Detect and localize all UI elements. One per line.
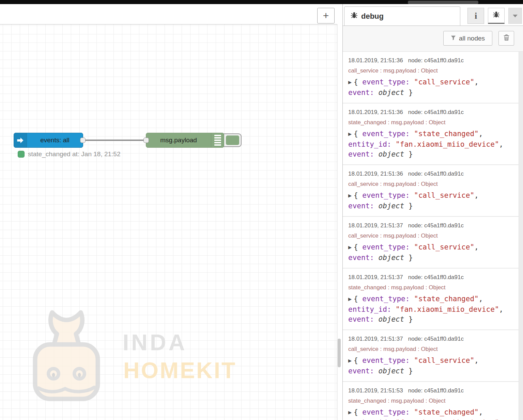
json-token [374,254,379,262]
node-events-all[interactable]: events: all [14,133,83,148]
debug-message-payload[interactable]: ▶{ event_type: "state_changed",entity_id… [348,129,516,159]
json-token: event: [348,254,374,262]
debug-message-meta: 18.01.2019, 21:51:36node: c45a1ff0.da91c [348,57,516,64]
payload-line: ▶{ event_type: "call_service", [348,356,516,366]
debug-message-meta: 18.01.2019, 21:51:36node: c45a1ff0.da91c [348,109,516,116]
deploy-button-fragment[interactable] [408,1,478,4]
json-token: , [474,356,479,365]
json-token: event_type: [362,356,410,365]
node-msg-payload-debug[interactable]: msg.payload [146,133,224,148]
json-token: event: [348,88,374,97]
expand-toggle-icon[interactable]: ▶ [348,77,352,87]
json-token: event: [348,367,374,375]
sidebar-header: debug i [343,4,523,26]
payload-line: ▶{ event_type: "state_changed", [348,294,516,305]
json-token: } [404,315,413,323]
debug-message: 18.01.2019, 21:51:36node: c45a1ff0.da91c… [343,165,519,217]
json-token: event: [348,202,374,210]
expand-toggle-icon[interactable]: ▶ [348,242,352,252]
debug-message-payload[interactable]: ▶{ event_type: "call_service",event: obj… [348,356,516,376]
json-token: { [354,356,362,365]
json-token: "call_service" [414,78,474,86]
debug-message-node: node: c45a1ff0.da91c [408,387,464,394]
debug-message-date: 18.01.2019, 21:51:36 [348,109,403,115]
json-token: "call_service" [414,243,474,251]
debug-message-meta: 18.01.2019, 21:51:37node: c45a1ff0.da91c [348,222,516,229]
json-token [391,140,396,148]
sidebar-scrollbar-track[interactable] [519,52,523,420]
debug-message: 18.01.2019, 21:51:36node: c45a1ff0.da91c… [343,103,519,165]
chevron-down-icon [513,15,518,17]
json-token: "state_changed" [414,130,479,138]
json-token [410,191,414,199]
json-token: event_type: [362,130,410,138]
flow-canvas[interactable]: INDA HOMEKIT events: all msg.payload [0,25,337,420]
debug-message-node: node: c45a1ff0.da91c [408,336,464,342]
json-token: entity_id: [348,140,391,148]
info-icon: i [475,11,477,21]
debug-message-date: 18.01.2019, 21:51:53 [348,387,403,394]
payload-line: entity_id: "fan.xiaomi_miio_device", [348,140,516,149]
tab-debug-label: debug [361,12,384,21]
json-token: event: [348,150,374,158]
json-token: { [354,295,362,303]
json-token: , [474,243,479,251]
json-token: , [499,419,504,420]
canvas-scrollbar-thumb[interactable] [338,339,341,367]
expand-toggle-icon[interactable]: ▶ [348,294,352,304]
payload-line: event: object } [348,201,516,211]
wire[interactable] [83,140,147,141]
debug-message-node: node: c45a1ff0.da91c [408,274,464,280]
debug-message-node: node: c45a1ff0.da91c [408,222,464,229]
watermark-text-inda: INDA [123,329,187,355]
filter-all-nodes-label: all nodes [459,35,485,42]
debug-message-topic: state_changed : msg.payload : Object [348,119,516,126]
json-token: } [404,202,413,210]
filter-all-nodes-button[interactable]: all nodes [443,31,492,46]
tab-info-button[interactable]: i [467,8,484,24]
output-port[interactable] [80,138,86,143]
debug-message-payload[interactable]: ▶{ event_type: "call_service",event: obj… [348,77,516,98]
expand-toggle-icon[interactable]: ▶ [348,191,352,200]
payload-line: event: object } [348,366,516,376]
debug-message-topic: call_service : msg.payload : Object [348,67,516,74]
input-port[interactable] [143,138,149,143]
json-token: { [354,408,362,416]
expand-toggle-icon[interactable]: ▶ [348,407,352,417]
add-flow-button[interactable]: + [317,8,335,23]
debug-message-date: 18.01.2019, 21:51:37 [348,336,403,342]
watermark-whale-logo [26,306,107,405]
json-token: , [474,191,479,199]
json-token [410,408,414,416]
json-token: event_type: [362,191,410,199]
bug-icon [351,12,358,20]
tab-debug-button[interactable] [488,8,505,24]
payload-line: ▶{ event_type: "state_changed", [348,407,516,418]
json-token: entity_id: [348,419,391,420]
payload-line: entity_id: "fan.xiaomi_miio_device", [348,418,516,420]
trash-icon [504,34,509,42]
json-token [410,78,414,86]
debug-message-payload[interactable]: ▶{ event_type: "state_changed",entity_id… [348,294,516,324]
json-token [410,130,414,138]
json-token: "call_service" [414,356,474,365]
json-token: "state_changed" [414,408,479,416]
debug-message-topic: call_service : msg.payload : Object [348,345,516,353]
expand-toggle-icon[interactable]: ▶ [348,356,352,366]
json-token: } [404,367,413,375]
clear-messages-button[interactable] [498,31,514,46]
debug-message-payload[interactable]: ▶{ event_type: "call_service",event: obj… [348,242,516,263]
tab-debug[interactable]: debug [344,6,460,26]
json-token: object [379,150,404,158]
json-token: , [499,305,504,313]
debug-message-node: node: c45a1ff0.da91c [408,57,464,64]
json-token: } [404,254,413,262]
sidebar-menu-button[interactable] [508,8,522,24]
debug-message-payload[interactable]: ▶{ event_type: "state_changed",entity_id… [348,407,516,420]
json-token: } [404,150,413,158]
expand-toggle-icon[interactable]: ▶ [348,129,352,139]
debug-message-payload[interactable]: ▶{ event_type: "call_service",event: obj… [348,191,516,211]
json-token: object [379,88,404,97]
json-token: entity_id: [348,305,391,313]
json-token: object [379,254,404,262]
